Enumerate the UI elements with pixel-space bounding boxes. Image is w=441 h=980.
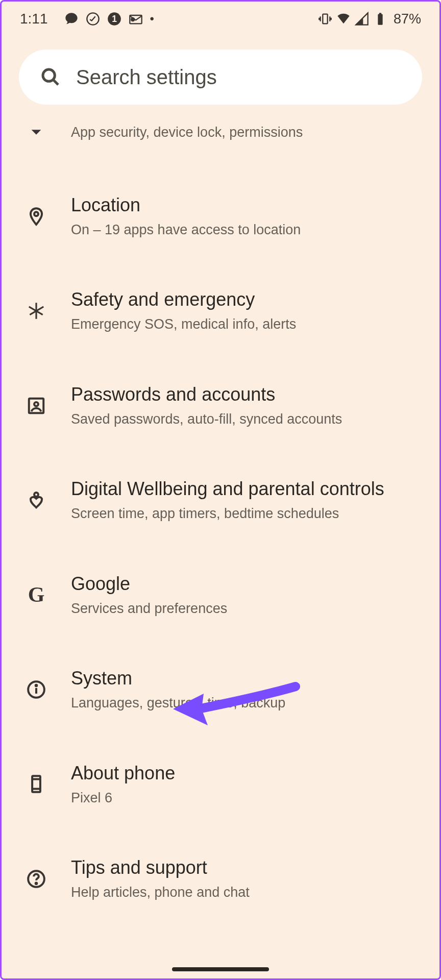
- settings-row-safety[interactable]: Safety and emergency Emergency SOS, medi…: [2, 263, 439, 358]
- svg-rect-6: [378, 14, 382, 25]
- help-icon: [22, 865, 51, 893]
- notification-badge-1-icon: 1: [107, 12, 121, 26]
- row-subtitle: App security, device lock, permissions: [71, 123, 419, 141]
- signal-icon: [355, 12, 369, 26]
- settings-row-tips[interactable]: Tips and support Help articles, phone an…: [2, 831, 439, 926]
- row-subtitle: Pixel 6: [71, 789, 419, 807]
- location-icon: [22, 202, 51, 231]
- settings-list[interactable]: App security, device lock, permissions L…: [2, 110, 439, 978]
- row-text: System Languages, gestures, time, backup: [71, 667, 419, 712]
- settings-row-system[interactable]: System Languages, gestures, time, backup: [2, 642, 439, 737]
- wifi-icon: [336, 12, 351, 26]
- outlook-icon: [129, 12, 143, 26]
- settings-row-security[interactable]: App security, device lock, permissions: [2, 113, 439, 169]
- google-icon: G: [22, 580, 51, 609]
- row-text: Location On – 19 apps have access to loc…: [71, 193, 419, 239]
- settings-row-location[interactable]: Location On – 19 apps have access to loc…: [2, 169, 439, 263]
- row-text: About phone Pixel 6: [71, 762, 419, 807]
- nav-handle[interactable]: [172, 967, 269, 971]
- row-text: Passwords and accounts Saved passwords, …: [71, 383, 419, 428]
- svg-point-4: [131, 17, 135, 21]
- svg-point-10: [34, 212, 38, 216]
- info-icon: [22, 675, 51, 704]
- chevron-down-icon: [22, 118, 51, 146]
- row-subtitle: Services and preferences: [71, 599, 419, 618]
- svg-line-9: [53, 80, 58, 85]
- svg-point-13: [34, 493, 38, 497]
- row-text: Google Services and preferences: [71, 572, 419, 618]
- vibrate-icon: [318, 12, 332, 26]
- asterisk-icon: [22, 297, 51, 325]
- svg-point-12: [34, 402, 38, 406]
- settings-screen: 1:11 1 •: [0, 0, 441, 980]
- row-title: About phone: [71, 762, 419, 785]
- battery-icon: [373, 12, 387, 26]
- row-subtitle: Help articles, phone and chat: [71, 883, 419, 901]
- status-left: 1:11 1 •: [20, 11, 154, 27]
- row-title: Passwords and accounts: [71, 383, 419, 406]
- search-input[interactable]: [76, 66, 401, 89]
- row-subtitle: On – 19 apps have access to location: [71, 220, 419, 239]
- svg-text:1: 1: [112, 14, 117, 24]
- status-bar: 1:11 1 •: [2, 2, 439, 36]
- settings-row-passwords[interactable]: Passwords and accounts Saved passwords, …: [2, 358, 439, 453]
- row-subtitle: Emergency SOS, medical info, alerts: [71, 315, 419, 333]
- phone-device-icon: [22, 770, 51, 798]
- status-right: 87%: [318, 11, 421, 27]
- row-text: Tips and support Help articles, phone an…: [71, 856, 419, 901]
- row-text: App security, device lock, permissions: [71, 123, 419, 141]
- row-title: Digital Wellbeing and parental controls: [71, 477, 419, 500]
- svg-point-16: [36, 685, 37, 687]
- cloud-check-icon: [86, 12, 100, 26]
- row-title: Tips and support: [71, 856, 419, 879]
- heart-person-icon: [22, 486, 51, 514]
- row-title: Google: [71, 572, 419, 595]
- row-subtitle: Languages, gestures, time, backup: [71, 694, 419, 712]
- row-text: Safety and emergency Emergency SOS, medi…: [71, 288, 419, 333]
- search-icon: [40, 67, 61, 87]
- settings-row-about[interactable]: About phone Pixel 6: [2, 737, 439, 831]
- svg-rect-7: [379, 13, 382, 15]
- chat-bubble-icon: [64, 12, 79, 26]
- svg-point-21: [36, 883, 37, 884]
- row-title: Location: [71, 193, 419, 216]
- search-container: [2, 36, 439, 110]
- row-title: System: [71, 667, 419, 690]
- svg-point-8: [43, 69, 55, 81]
- row-subtitle: Screen time, app timers, bedtime schedul…: [71, 504, 419, 523]
- status-time: 1:11: [20, 11, 48, 27]
- account-box-icon: [22, 391, 51, 420]
- settings-row-google[interactable]: G Google Services and preferences: [2, 548, 439, 642]
- battery-percent: 87%: [394, 11, 421, 27]
- row-text: Digital Wellbeing and parental controls …: [71, 477, 419, 523]
- settings-row-wellbeing[interactable]: Digital Wellbeing and parental controls …: [2, 453, 439, 547]
- more-notifications-icon: •: [150, 13, 154, 25]
- row-subtitle: Saved passwords, auto-fill, synced accou…: [71, 410, 419, 428]
- svg-rect-5: [323, 14, 327, 24]
- row-title: Safety and emergency: [71, 288, 419, 311]
- search-bar[interactable]: [19, 50, 422, 105]
